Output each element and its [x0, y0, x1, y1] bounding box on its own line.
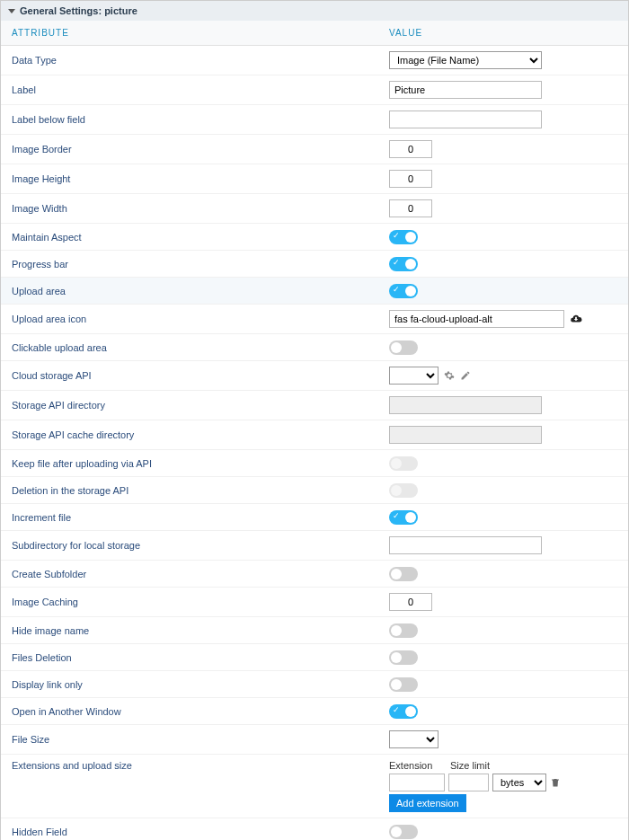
- files-deletion-toggle[interactable]: [389, 650, 418, 665]
- row-maintain-aspect: Maintain Aspect ✓: [1, 224, 628, 251]
- row-increment-file: Increment file ✓: [1, 504, 628, 531]
- deletion-api-toggle: [389, 483, 418, 498]
- gear-icon[interactable]: [444, 370, 455, 381]
- row-file-size: File Size: [1, 725, 628, 755]
- row-storage-api-cache: Storage API cache directory: [1, 420, 628, 450]
- add-extension-button[interactable]: Add extension: [389, 794, 466, 812]
- progress-bar-toggle[interactable]: ✓: [389, 257, 418, 271]
- data-type-select[interactable]: Image (File Name): [389, 51, 542, 69]
- image-border-input[interactable]: [389, 140, 432, 158]
- row-create-subfolder: Create Subfolder: [1, 561, 628, 588]
- panel-title: General Settings: picture: [20, 5, 137, 16]
- row-subdirectory: Subdirectory for local storage: [1, 531, 628, 561]
- row-extensions: Extensions and upload size Extension Siz…: [1, 755, 628, 818]
- extension-input[interactable]: [389, 774, 445, 791]
- extension-label: Extension: [389, 760, 447, 771]
- size-limit-label: Size limit: [450, 760, 495, 771]
- image-caching-input[interactable]: [389, 593, 432, 611]
- row-label: Label: [1, 75, 628, 105]
- display-link-toggle[interactable]: [389, 677, 418, 692]
- subdirectory-input[interactable]: [389, 536, 542, 554]
- row-data-type: Data Type Image (File Name): [1, 46, 628, 75]
- collapse-icon: [8, 9, 15, 13]
- row-upload-area-icon: Upload area icon: [1, 305, 628, 334]
- cloud-storage-select[interactable]: [389, 367, 439, 385]
- row-clickable-upload: Clickable upload area: [1, 334, 628, 361]
- open-another-toggle[interactable]: ✓: [389, 704, 418, 719]
- cloud-upload-icon[interactable]: [570, 313, 582, 325]
- image-width-input[interactable]: [389, 199, 432, 217]
- row-files-deletion: Files Deletion: [1, 644, 628, 671]
- col-attribute: ATTRIBUTE: [12, 28, 389, 38]
- row-storage-api-dir: Storage API directory: [1, 391, 628, 420]
- row-label-below: Label below field: [1, 105, 628, 135]
- row-progress-bar: Progress bar ✓: [1, 251, 628, 278]
- upload-area-icon-input[interactable]: [389, 310, 564, 328]
- row-deletion-api: Deletion in the storage API: [1, 477, 628, 504]
- increment-file-toggle[interactable]: ✓: [389, 510, 418, 525]
- column-header: ATTRIBUTE VALUE: [1, 21, 628, 46]
- row-image-border: Image Border: [1, 135, 628, 164]
- hide-image-name-toggle[interactable]: [389, 623, 418, 638]
- row-hide-image-name: Hide image name: [1, 617, 628, 644]
- size-unit-select[interactable]: bytes: [492, 774, 546, 791]
- row-image-height: Image Height: [1, 164, 628, 194]
- panel-header[interactable]: General Settings: picture: [1, 1, 628, 21]
- row-image-caching: Image Caching: [1, 588, 628, 617]
- col-value: VALUE: [389, 28, 617, 38]
- row-cloud-storage: Cloud storage API: [1, 361, 628, 391]
- storage-api-dir-input: [389, 396, 542, 414]
- image-height-input[interactable]: [389, 170, 432, 188]
- storage-api-cache-input: [389, 426, 542, 444]
- row-display-link: Display link only: [1, 671, 628, 698]
- label-input[interactable]: [389, 81, 542, 99]
- trash-icon[interactable]: [550, 777, 561, 788]
- upload-area-toggle[interactable]: ✓: [389, 284, 418, 298]
- row-keep-file: Keep file after uploading via API: [1, 450, 628, 477]
- hidden-field-toggle[interactable]: [389, 825, 418, 839]
- row-open-another: Open in Another Window ✓: [1, 698, 628, 725]
- row-upload-area: Upload area ✓: [1, 278, 628, 305]
- keep-file-toggle: [389, 456, 418, 471]
- file-size-select[interactable]: [389, 730, 439, 748]
- row-image-width: Image Width: [1, 194, 628, 224]
- settings-panel: General Settings: picture ATTRIBUTE VALU…: [0, 0, 629, 840]
- pencil-icon[interactable]: [460, 370, 471, 381]
- clickable-upload-toggle[interactable]: [389, 340, 418, 355]
- label-below-input[interactable]: [389, 111, 542, 128]
- size-limit-input[interactable]: [448, 774, 489, 791]
- maintain-aspect-toggle[interactable]: ✓: [389, 230, 418, 244]
- create-subfolder-toggle[interactable]: [389, 567, 418, 581]
- row-hidden-field: Hidden Field: [1, 818, 628, 840]
